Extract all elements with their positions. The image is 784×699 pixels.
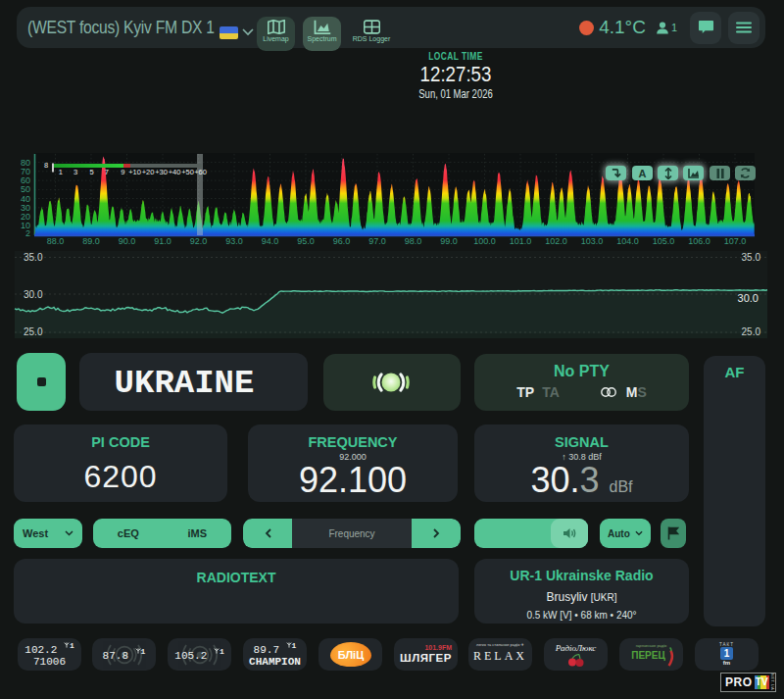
svg-text:100.0: 100.0 (473, 236, 496, 246)
svg-text:105.0: 105.0 (653, 236, 675, 246)
svg-text:25.0: 25.0 (742, 326, 761, 337)
svg-text:35.0: 35.0 (742, 252, 761, 263)
svg-text:+40: +40 (169, 168, 181, 176)
svg-text:9: 9 (121, 168, 124, 176)
svg-text:+60: +60 (194, 168, 207, 176)
svg-text:2: 2 (25, 228, 30, 238)
svg-text:30.0: 30.0 (24, 289, 43, 300)
svg-text:104.0: 104.0 (616, 236, 639, 246)
svg-text:102.0: 102.0 (545, 236, 567, 246)
svg-text:106.0: 106.0 (688, 236, 710, 246)
svg-text:30.0: 30.0 (738, 292, 759, 304)
svg-text:8: 8 (44, 161, 48, 170)
svg-text:+30: +30 (155, 168, 168, 176)
svg-text:107.0: 107.0 (724, 236, 747, 246)
svg-text:7: 7 (105, 168, 109, 176)
svg-text:93.0: 93.0 (225, 236, 243, 246)
svg-text:98.0: 98.0 (405, 236, 422, 246)
svg-text:103.0: 103.0 (581, 236, 604, 246)
svg-text:92.0: 92.0 (190, 236, 208, 246)
svg-text:3: 3 (74, 168, 77, 176)
svg-text:+50: +50 (181, 168, 194, 176)
svg-text:5: 5 (90, 168, 94, 176)
svg-text:+20: +20 (142, 168, 155, 176)
svg-text:96.0: 96.0 (333, 236, 351, 246)
svg-text:89.0: 89.0 (82, 236, 100, 246)
svg-text:95.0: 95.0 (297, 236, 315, 246)
svg-text:101.0: 101.0 (510, 236, 532, 246)
svg-text:1: 1 (59, 168, 63, 176)
svg-text:99.0: 99.0 (440, 236, 458, 246)
svg-text:94.0: 94.0 (262, 236, 279, 246)
svg-text:+10: +10 (128, 168, 141, 176)
svg-text:25.0: 25.0 (24, 326, 43, 337)
svg-text:88.0: 88.0 (47, 236, 65, 246)
svg-text:91.0: 91.0 (154, 236, 172, 246)
svg-text:90.0: 90.0 (119, 236, 136, 246)
svg-text:97.0: 97.0 (368, 236, 386, 246)
svg-text:35.0: 35.0 (24, 252, 43, 263)
